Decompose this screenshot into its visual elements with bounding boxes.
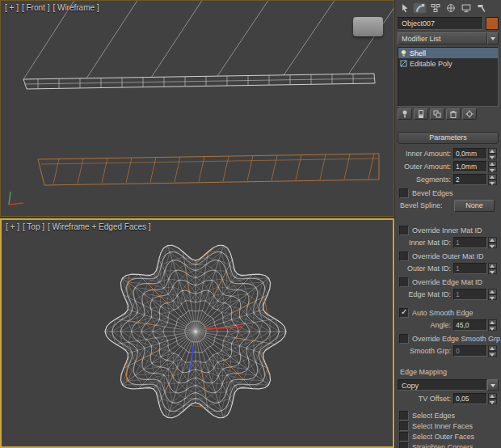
override-edge-smooth-grp-row: Override Edge Smooth Grp bbox=[395, 333, 501, 344]
inner-mat-id-spinner[interactable] bbox=[488, 237, 497, 248]
spinner-up-icon[interactable] bbox=[488, 263, 497, 268]
spinner-up-icon[interactable] bbox=[488, 345, 497, 351]
spinner-down-icon[interactable] bbox=[488, 268, 497, 274]
select-outer-faces-checkbox[interactable] bbox=[399, 432, 409, 442]
bevel-spline-none-button[interactable]: None bbox=[454, 200, 495, 212]
tv-offset-input[interactable]: 0,05 bbox=[453, 393, 487, 404]
viewport-top-label: [ + ] [ Top ] [ Wireframe + Edged Faces … bbox=[6, 222, 151, 231]
show-end-result-icon bbox=[416, 109, 426, 119]
viewport-front[interactable]: [ + ] [ Front ] [ Wireframe ] bbox=[0, 0, 394, 217]
bevel-edges-label: Bevel Edges bbox=[412, 189, 453, 197]
spinner-down-icon[interactable] bbox=[488, 243, 497, 248]
segments-input[interactable]: 2 bbox=[453, 174, 487, 185]
stack-item-label: Shell bbox=[410, 49, 426, 57]
lightbulb-icon[interactable] bbox=[400, 49, 407, 57]
edge-mapping-dropdown[interactable]: Copy bbox=[398, 379, 499, 391]
viewport-menu-button[interactable]: [ + ] bbox=[5, 3, 19, 12]
parameters-rollout-header[interactable]: Parameters bbox=[398, 132, 499, 144]
tv-offset-spinner[interactable] bbox=[488, 393, 497, 404]
hierarchy-tab[interactable] bbox=[428, 2, 442, 14]
spinner-up-icon[interactable] bbox=[488, 161, 497, 167]
spinner-down-icon[interactable] bbox=[488, 294, 497, 300]
spinner-down-icon[interactable] bbox=[488, 167, 497, 172]
outer-amount-input[interactable]: 1,0mm bbox=[453, 161, 487, 172]
motion-tab[interactable] bbox=[444, 2, 457, 14]
make-unique-icon bbox=[432, 109, 442, 119]
motion-tab-icon bbox=[446, 3, 456, 13]
spinner-up-icon[interactable] bbox=[488, 393, 497, 399]
spinner-up-icon[interactable] bbox=[488, 319, 497, 325]
auto-smooth-edge-row: Auto Smooth Edge bbox=[395, 307, 501, 319]
viewport-top[interactable]: [ + ] [ Top ] [ Wireframe + Edged Faces … bbox=[0, 218, 394, 448]
angle-input[interactable]: 45,0 bbox=[453, 319, 487, 331]
spinner-down-icon[interactable] bbox=[488, 351, 497, 357]
chevron-down-icon[interactable] bbox=[487, 379, 499, 391]
angle-spinner[interactable] bbox=[488, 319, 497, 331]
viewcube[interactable] bbox=[353, 17, 383, 36]
modify-tab[interactable] bbox=[413, 2, 427, 14]
edge-mat-id-spinner[interactable] bbox=[488, 289, 497, 300]
smooth-grp-spinner[interactable] bbox=[488, 345, 497, 357]
utilities-tab[interactable] bbox=[474, 2, 488, 14]
outer-amount-spinner[interactable] bbox=[488, 161, 497, 172]
straighten-corners-label: Straighten Corners bbox=[412, 443, 474, 448]
remove-modifier-button[interactable] bbox=[446, 108, 461, 120]
override-edge-mat-checkbox[interactable] bbox=[399, 277, 409, 287]
spinner-up-icon[interactable] bbox=[488, 237, 497, 243]
select-outer-faces-label: Select Outer Faces bbox=[412, 433, 474, 441]
create-tab[interactable] bbox=[398, 2, 411, 14]
configure-modifier-sets-button[interactable] bbox=[462, 108, 477, 120]
stack-item-shell[interactable]: Shell bbox=[398, 48, 498, 58]
outer-mat-id-spinner[interactable] bbox=[488, 263, 497, 274]
edge-mat-id-input[interactable]: 1 bbox=[453, 289, 487, 300]
select-inner-faces-label: Select Inner Faces bbox=[412, 422, 473, 430]
select-inner-faces-row: Select Inner Faces bbox=[395, 421, 501, 431]
viewport-shading-button[interactable]: [ Wireframe ] bbox=[53, 3, 99, 12]
override-edge-mat-label: Override Edge Mat ID bbox=[412, 278, 482, 286]
chevron-down-icon[interactable] bbox=[487, 32, 499, 44]
bevel-spline-label: Bevel Spline: bbox=[400, 201, 454, 209]
pin-stack-button[interactable] bbox=[398, 108, 412, 120]
viewport-view-button[interactable]: [ Front ] bbox=[22, 3, 49, 12]
inner-mat-id-row: Inner Mat ID: 1 bbox=[395, 236, 501, 249]
outer-mat-id-input[interactable]: 1 bbox=[453, 263, 487, 274]
bevel-edges-checkbox[interactable] bbox=[399, 188, 409, 198]
make-unique-button[interactable] bbox=[430, 108, 444, 120]
inner-amount-row: Inner Amount: 0,0mm bbox=[395, 147, 501, 160]
segments-spinner[interactable] bbox=[488, 174, 497, 185]
viewport-menu-button[interactable]: [ + ] bbox=[6, 222, 19, 231]
override-edge-smooth-grp-checkbox[interactable] bbox=[399, 334, 409, 344]
smooth-grp-input[interactable]: 0 bbox=[453, 345, 487, 357]
inner-amount-spinner[interactable] bbox=[488, 148, 497, 159]
edge-mat-id-label: Edge Mat ID: bbox=[397, 290, 451, 298]
inner-mat-id-input[interactable]: 1 bbox=[453, 237, 487, 248]
modifier-list-dropdown[interactable]: Modifier List bbox=[398, 32, 499, 44]
stack-item-editable-poly[interactable]: Editable Poly bbox=[398, 58, 498, 69]
top-wireframe-canvas bbox=[2, 220, 393, 446]
spinner-up-icon[interactable] bbox=[488, 289, 497, 294]
override-outer-mat-label: Override Outer Mat ID bbox=[412, 252, 484, 260]
object-name-field[interactable]: Object007 bbox=[398, 17, 483, 30]
spinner-down-icon[interactable] bbox=[488, 154, 497, 159]
show-end-result-button[interactable] bbox=[414, 108, 428, 120]
select-edges-checkbox[interactable] bbox=[399, 411, 409, 421]
spinner-up-icon[interactable] bbox=[488, 174, 497, 180]
inner-amount-input[interactable]: 0,0mm bbox=[453, 148, 487, 159]
angle-label: Angle: bbox=[397, 321, 451, 329]
spinner-down-icon[interactable] bbox=[488, 180, 497, 185]
angle-row: Angle: 45,0 bbox=[395, 319, 501, 332]
straighten-corners-checkbox[interactable] bbox=[399, 442, 409, 448]
display-tab[interactable] bbox=[459, 2, 473, 14]
viewport-shading-button[interactable]: [ Wireframe + Edged Faces ] bbox=[48, 222, 151, 231]
select-inner-faces-checkbox[interactable] bbox=[399, 421, 409, 431]
override-outer-mat-checkbox[interactable] bbox=[399, 251, 409, 261]
smooth-grp-label: Smooth Grp: bbox=[397, 347, 451, 355]
auto-smooth-edge-checkbox[interactable] bbox=[399, 308, 409, 318]
object-color-swatch[interactable] bbox=[486, 17, 499, 30]
spinner-up-icon[interactable] bbox=[488, 148, 497, 154]
override-inner-mat-checkbox[interactable] bbox=[399, 226, 409, 235]
segments-row: Segments: 2 bbox=[395, 173, 501, 186]
spinner-down-icon[interactable] bbox=[488, 325, 497, 331]
spinner-down-icon[interactable] bbox=[488, 399, 497, 404]
viewport-view-button[interactable]: [ Top ] bbox=[23, 222, 44, 231]
